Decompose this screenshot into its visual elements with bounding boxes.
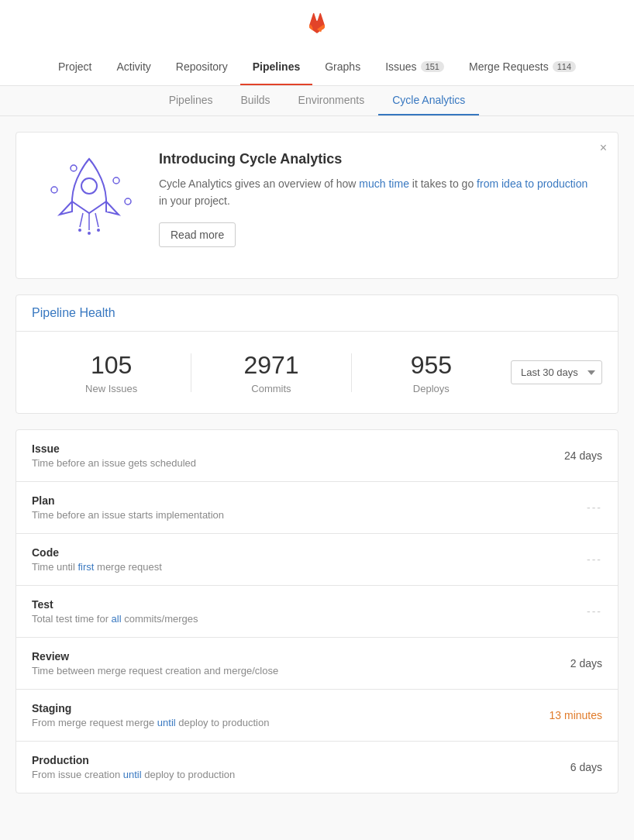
secondary-nav-builds[interactable]: Builds bbox=[226, 86, 284, 115]
intro-card: × bbox=[16, 132, 618, 279]
svg-point-3 bbox=[125, 198, 131, 205]
pipeline-health-title: Pipeline Health bbox=[32, 306, 602, 320]
pipeline-health-header: Pipeline Health bbox=[16, 295, 618, 332]
cycle-row-staging-value: 13 minutes bbox=[540, 709, 602, 721]
main-content: × bbox=[0, 116, 634, 809]
pipeline-stats: 105 New Issues 2971 Commits 955 Deploys … bbox=[16, 332, 618, 413]
rocket-svg bbox=[43, 151, 136, 260]
stat-commits-label: Commits bbox=[191, 383, 350, 394]
gitlab-logo-icon bbox=[301, 11, 333, 42]
nav-graphs[interactable]: Graphs bbox=[312, 50, 373, 85]
cycle-row-test-value: --- bbox=[540, 605, 602, 618]
cycle-row-issue-value: 24 days bbox=[540, 449, 602, 462]
svg-point-8 bbox=[78, 229, 81, 232]
cycle-row-production-desc: From issue creation until deploy to prod… bbox=[32, 769, 235, 780]
svg-point-10 bbox=[97, 229, 100, 232]
nav-issues[interactable]: Issues 151 bbox=[373, 50, 457, 85]
cycle-row-test-desc: Total test time for all commits/merges bbox=[32, 613, 198, 625]
cycle-row-plan-value: --- bbox=[540, 501, 602, 514]
nav-project[interactable]: Project bbox=[46, 50, 105, 85]
secondary-nav-environments[interactable]: Environments bbox=[284, 86, 379, 115]
cycle-row-staging-left: Staging From merge request merge until d… bbox=[32, 702, 269, 728]
rocket-illustration bbox=[35, 151, 143, 260]
svg-point-1 bbox=[71, 165, 77, 171]
test-all-link[interactable]: all bbox=[112, 613, 122, 625]
stat-deploys-value: 955 bbox=[352, 350, 511, 380]
read-more-button[interactable]: Read more bbox=[159, 222, 236, 247]
production-until-link[interactable]: until bbox=[123, 769, 142, 780]
svg-point-4 bbox=[81, 178, 97, 194]
cycle-row-issue-left: Issue Time before an issue gets schedule… bbox=[32, 442, 196, 469]
stat-deploys: 955 Deploys bbox=[352, 350, 511, 394]
cycle-analytics-table: Issue Time before an issue gets schedule… bbox=[16, 429, 618, 794]
cycle-row-production-left: Production From issue creation until dep… bbox=[32, 754, 235, 780]
stat-new-issues: 105 New Issues bbox=[32, 350, 191, 394]
nav-activity[interactable]: Activity bbox=[105, 50, 164, 85]
close-intro-button[interactable]: × bbox=[600, 142, 607, 154]
nav-issues-label: Issues bbox=[385, 60, 416, 73]
stat-deploys-label: Deploys bbox=[352, 383, 511, 394]
cycle-row-plan-left: Plan Time before an issue starts impleme… bbox=[32, 494, 224, 521]
cycle-row-code-left: Code Time until first merge request bbox=[32, 546, 162, 573]
cycle-row-production-value: 6 days bbox=[540, 761, 602, 773]
date-filter-select[interactable]: Last 30 days Last 7 days Last 60 days La… bbox=[511, 360, 602, 384]
cycle-row-production-title: Production bbox=[32, 754, 235, 766]
cycle-row-plan-desc: Time before an issue starts implementati… bbox=[32, 509, 224, 521]
stat-commits-value: 2971 bbox=[191, 350, 350, 380]
nav-pipelines[interactable]: Pipelines bbox=[240, 50, 312, 85]
stat-new-issues-value: 105 bbox=[32, 350, 191, 380]
nav-repository[interactable]: Repository bbox=[164, 50, 240, 85]
cycle-row-issue-desc: Time before an issue gets scheduled bbox=[32, 457, 196, 469]
header-logo bbox=[0, 0, 634, 50]
issues-badge: 151 bbox=[421, 61, 444, 72]
cycle-row-test-title: Test bbox=[32, 598, 198, 611]
staging-until-link[interactable]: until bbox=[157, 717, 176, 728]
cycle-row-review: Review Time between merge request creati… bbox=[16, 638, 618, 690]
cycle-row-code-desc: Time until first merge request bbox=[32, 561, 162, 573]
code-first-link[interactable]: first bbox=[78, 561, 94, 573]
cycle-row-review-left: Review Time between merge request creati… bbox=[32, 650, 278, 676]
cycle-row-code: Code Time until first merge request --- bbox=[16, 534, 618, 586]
intro-text-content: Introducing Cycle Analytics Cycle Analyt… bbox=[159, 151, 599, 247]
cycle-row-test: Test Total test time for all commits/mer… bbox=[16, 586, 618, 638]
cycle-row-staging: Staging From merge request merge until d… bbox=[16, 690, 618, 742]
svg-line-7 bbox=[95, 213, 98, 227]
cycle-row-issue-title: Issue bbox=[32, 442, 196, 455]
cycle-row-review-value: 2 days bbox=[540, 657, 602, 670]
cycle-row-code-value: --- bbox=[540, 553, 602, 566]
svg-point-9 bbox=[88, 232, 91, 235]
svg-line-5 bbox=[80, 213, 83, 227]
cycle-row-plan: Plan Time before an issue starts impleme… bbox=[16, 482, 618, 534]
secondary-nav: Pipelines Builds Environments Cycle Anal… bbox=[0, 86, 634, 116]
nav-merge-requests-label: Merge Requests bbox=[469, 60, 549, 73]
stat-new-issues-label: New Issues bbox=[32, 383, 191, 394]
cycle-row-staging-title: Staging bbox=[32, 702, 269, 714]
intro-title: Introducing Cycle Analytics bbox=[159, 151, 599, 167]
cycle-row-review-title: Review bbox=[32, 650, 278, 663]
cycle-row-staging-desc: From merge request merge until deploy to… bbox=[32, 717, 269, 728]
cycle-row-production: Production From issue creation until dep… bbox=[16, 742, 618, 793]
cycle-row-issue: Issue Time before an issue gets schedule… bbox=[16, 430, 618, 482]
primary-nav: Project Activity Repository Pipelines Gr… bbox=[0, 50, 634, 86]
cycle-row-code-title: Code bbox=[32, 546, 162, 559]
secondary-nav-cycle-analytics[interactable]: Cycle Analytics bbox=[378, 86, 479, 115]
nav-merge-requests[interactable]: Merge Requests 114 bbox=[457, 50, 588, 85]
pipeline-health-card: Pipeline Health 105 New Issues 2971 Comm… bbox=[16, 294, 618, 414]
cycle-row-review-desc: Time between merge request creation and … bbox=[32, 665, 278, 676]
svg-point-2 bbox=[113, 177, 119, 184]
svg-point-0 bbox=[51, 187, 57, 193]
merge-requests-badge: 114 bbox=[553, 61, 576, 72]
stat-commits: 2971 Commits bbox=[191, 350, 350, 394]
date-filter[interactable]: Last 30 days Last 7 days Last 60 days La… bbox=[511, 360, 602, 384]
intro-description: Cycle Analytics gives an overview of how… bbox=[159, 175, 599, 210]
cycle-row-test-left: Test Total test time for all commits/mer… bbox=[32, 598, 198, 625]
secondary-nav-pipelines[interactable]: Pipelines bbox=[155, 86, 227, 115]
cycle-row-plan-title: Plan bbox=[32, 494, 224, 507]
